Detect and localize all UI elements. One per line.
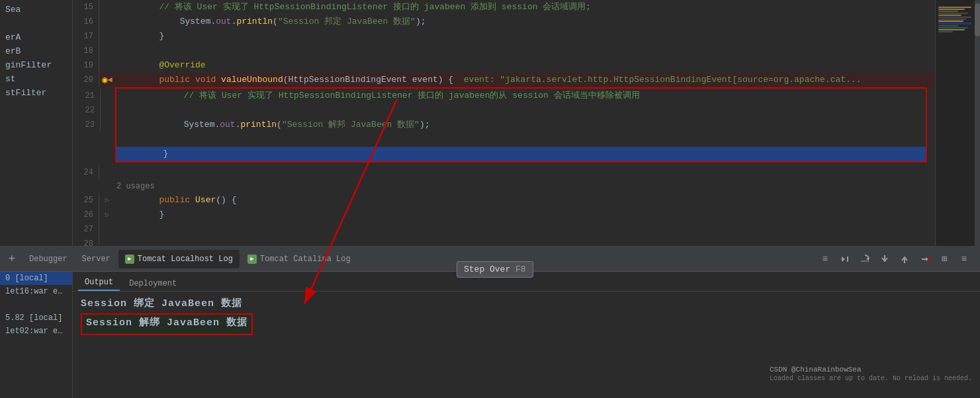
sidebar-item-empty	[0, 17, 72, 30]
editor-area: Sea erA erB ginFilter st stFilter 15 // …	[0, 0, 980, 246]
toolbar-step-out-icon[interactable]	[897, 251, 913, 267]
toolbar-run-to-cursor-icon[interactable]	[916, 251, 932, 267]
code-line-21: 21 // 将该 User 实现了 HttpSessionBindingList…	[116, 89, 926, 103]
toolbar-step-over-icon[interactable]	[857, 251, 873, 267]
sidebar-item-era[interactable]: erA	[0, 30, 72, 44]
tab-tomcat-localhost-log[interactable]: ▶ Tomcat Localhost Log	[118, 250, 240, 268]
toolbar-menu-icon[interactable]: ≡	[817, 251, 833, 267]
tab-tomcat-localhost-label: Tomcat Localhost Log	[138, 255, 233, 264]
code-line-19: 19 @Override	[73, 58, 980, 73]
code-line-25: 25 ▷ public User() {	[73, 193, 980, 208]
sidebar-item-let16[interactable]: let16:war exp	[0, 285, 72, 298]
sidebar-item-0-local[interactable]: 0 [local]	[0, 272, 72, 285]
output-line-2: Session 解绑 JavaBeen 数据	[86, 316, 247, 329]
tab-tomcat-catalina-icon: ▶	[247, 255, 257, 264]
code-line-22: 22 System.out.println("Session 解邦 JavaBe…	[116, 103, 926, 132]
tab-debugger[interactable]: Debugger	[22, 250, 74, 268]
sub-tab-deployment[interactable]: Deployment	[122, 276, 183, 291]
sidebar-item-sea[interactable]: Sea	[0, 3, 72, 17]
code-line-27: 27	[73, 222, 980, 237]
tab-debugger-label: Debugger	[29, 255, 67, 264]
tab-tomcat-catalina-log[interactable]: ▶ Tomcat Catalina Log	[241, 250, 357, 268]
watermark-line1: CSDN @ChinaRainbowSea	[770, 366, 972, 374]
code-editor: 15 // 将该 User 实现了 HttpSessionBindingList…	[73, 0, 980, 246]
minimap	[935, 0, 975, 246]
sub-tab-output[interactable]: Output	[78, 275, 120, 291]
sidebar-item-erb[interactable]: erB	[0, 44, 72, 58]
left-bottom-sidebar: 0 [local] let16:war exp 5.82 [local] let…	[0, 272, 73, 398]
svg-rect-2	[847, 257, 848, 262]
code-lines: 15 // 将该 User 实现了 HttpSessionBindingList…	[73, 0, 980, 246]
add-tab-button[interactable]: +	[3, 250, 21, 268]
code-line-28: 28	[73, 237, 980, 246]
output-line-2-highlighted: Session 解绑 JavaBeen 数据	[81, 313, 253, 335]
tab-server-label: Server	[82, 255, 111, 264]
sidebar-item-empty	[0, 298, 72, 311]
breakpoint-icon: ◀	[108, 73, 112, 87]
code-line-16: 16 System.out.println("Session 邦定 JavaBe…	[73, 15, 980, 29]
toolbar-icons: ≡	[812, 251, 977, 267]
scrollbar-thumb	[975, 3, 980, 36]
editor-scrollbar[interactable]	[975, 0, 980, 246]
step-over-tooltip: Step Over F8	[457, 261, 533, 278]
sidebar-item-let02[interactable]: let02:war expl	[0, 325, 72, 338]
sidebar-item-582-local[interactable]: 5.82 [local]	[0, 311, 72, 325]
tab-server[interactable]: Server	[75, 250, 117, 268]
svg-rect-4	[861, 260, 869, 262]
tab-tomcat-catalina-label: Tomcat Catalina Log	[260, 255, 351, 264]
debug-arrow-icon: ◉	[102, 73, 107, 87]
code-line-15: 15 // 将该 User 实现了 HttpSessionBindingList…	[73, 0, 980, 15]
code-line-18: 18	[73, 44, 980, 58]
toolbar-step-into-icon[interactable]	[877, 251, 893, 267]
code-line-26: 26 ▷ }	[73, 208, 980, 222]
code-line-20: 20 ◉ ◀ public void valueUnbound(HttpSess…	[73, 73, 980, 87]
sidebar-item-st[interactable]: st	[0, 72, 72, 86]
toolbar-variables-icon[interactable]: ≡	[956, 251, 972, 267]
sidebar-item-stfilter[interactable]: stFilter	[0, 86, 72, 100]
output-line-1: Session 绑定 JavaBeen 数据	[81, 297, 972, 309]
toolbar-resume-icon[interactable]	[837, 251, 853, 267]
tab-tomcat-localhost-icon: ▶	[125, 255, 134, 264]
code-line-17: 17 }	[73, 29, 980, 44]
usage-hint-1: 2 usages	[73, 180, 980, 193]
svg-marker-3	[866, 257, 869, 260]
left-sidebar: Sea erA erB ginFilter st stFilter	[0, 0, 73, 246]
code-line-23: 23 }	[116, 147, 926, 161]
sidebar-item-ginfilter[interactable]: ginFilter	[0, 58, 72, 72]
code-line-24: 24	[73, 165, 980, 180]
watermark-line2: Loaded classes are up to date. No reload…	[770, 375, 972, 382]
watermark: CSDN @ChinaRainbowSea Loaded classes are…	[770, 366, 972, 382]
toolbar-frames-icon[interactable]: ⊞	[936, 251, 952, 267]
